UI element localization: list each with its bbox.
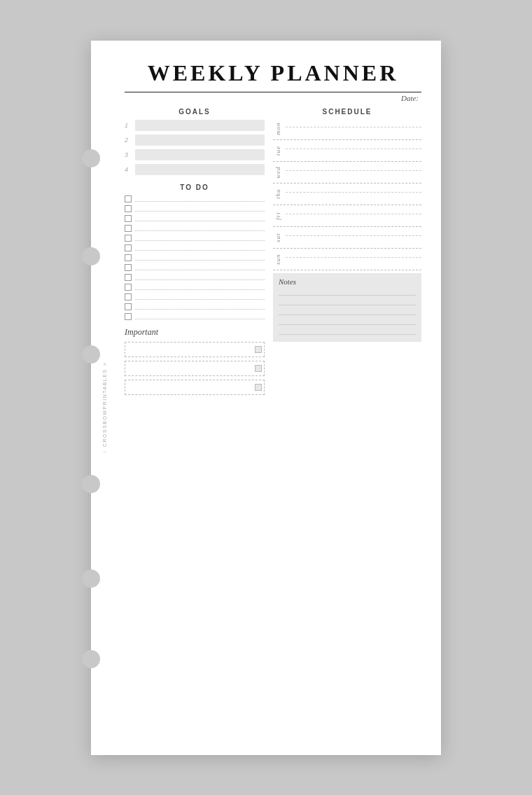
title-section: WEEKLY PLANNER	[125, 60, 421, 92]
notes-box[interactable]: Notes	[273, 273, 421, 342]
todo-checkbox-3[interactable]	[125, 215, 132, 222]
todo-checkbox-8[interactable]	[125, 264, 132, 271]
day-line[interactable]	[286, 120, 421, 127]
todo-checkbox-7[interactable]	[125, 254, 132, 261]
day-line[interactable]	[286, 207, 421, 214]
goal-item-4: 4	[125, 164, 265, 175]
day-line[interactable]	[286, 229, 421, 236]
todo-line-10	[135, 284, 265, 290]
day-lines-mon	[283, 118, 421, 139]
goals-list: 1 2 3 4	[125, 120, 265, 175]
ring-4	[82, 475, 100, 493]
schedule-day-tue: tue	[273, 140, 421, 162]
todo-checkbox-6[interactable]	[125, 244, 132, 251]
day-label-wed: wed	[273, 162, 283, 183]
left-column: GOALS 1 2 3 4 T	[125, 108, 265, 399]
todo-checkbox-13[interactable]	[125, 313, 132, 320]
todo-line-3	[135, 216, 265, 221]
day-line[interactable]	[286, 194, 421, 201]
day-lines-wed	[283, 162, 421, 183]
schedule-day-sun: sun	[273, 249, 421, 270]
ring-2	[82, 247, 100, 265]
day-lines-tue	[283, 140, 421, 161]
todo-line-12	[135, 304, 265, 310]
important-item-1	[125, 342, 265, 357]
todo-item-7	[125, 254, 265, 261]
day-line[interactable]	[286, 259, 421, 266]
ring-5	[82, 569, 100, 588]
important-item-2	[125, 361, 265, 376]
arrow-up-icon: ↑	[102, 450, 107, 453]
day-line[interactable]	[286, 186, 421, 193]
goal-line-4[interactable]	[135, 164, 265, 175]
main-grid: GOALS 1 2 3 4 T	[125, 108, 421, 399]
goal-line-2[interactable]	[135, 134, 265, 146]
day-line[interactable]	[286, 142, 421, 149]
watermark: ↑ CROSSBOWPRINTABLES »	[102, 362, 107, 453]
todo-item-9	[125, 274, 265, 281]
todo-checkbox-9[interactable]	[125, 274, 132, 281]
schedule-day-sat: sat	[273, 227, 421, 249]
day-lines-sat	[283, 227, 421, 248]
important-checkbox-3[interactable]	[255, 384, 262, 391]
ring-3	[82, 345, 100, 364]
date-line: Date:	[125, 94, 421, 102]
day-line[interactable]	[286, 216, 421, 223]
day-label-sun: sun	[273, 249, 283, 270]
schedule-day-thu: thu	[273, 184, 421, 205]
todo-checkbox-10[interactable]	[125, 284, 132, 291]
todo-checkbox-11[interactable]	[125, 293, 132, 300]
notes-line-3	[279, 308, 416, 315]
notes-line-4	[279, 318, 416, 325]
todo-item-1	[125, 195, 265, 202]
important-header: Important	[125, 327, 265, 338]
day-line[interactable]	[286, 164, 421, 171]
todo-line-1	[135, 196, 265, 202]
important-checkbox-2[interactable]	[255, 365, 262, 372]
todo-line-8	[135, 265, 265, 270]
notes-line-1	[279, 289, 416, 296]
arrow-double-icon: »	[102, 362, 107, 366]
todo-item-2	[125, 205, 265, 212]
important-item-3	[125, 380, 265, 395]
goal-line-1[interactable]	[135, 120, 265, 131]
day-line[interactable]	[286, 129, 421, 136]
right-column: SCHEDULE mon tue w	[273, 108, 421, 399]
goal-item-3: 3	[125, 149, 265, 160]
goal-number-4: 4	[125, 166, 133, 173]
schedule-day-mon: mon	[273, 118, 421, 140]
todo-line-9	[135, 275, 265, 280]
todo-header: TO DO	[125, 184, 265, 191]
goal-number-2: 2	[125, 137, 133, 144]
day-label-thu: thu	[273, 184, 283, 205]
notes-line-5	[279, 328, 416, 335]
todo-line-13	[135, 314, 265, 319]
day-line[interactable]	[286, 172, 421, 179]
todo-checkbox-5[interactable]	[125, 235, 132, 242]
todo-checkbox-1[interactable]	[125, 195, 132, 202]
todo-checkbox-12[interactable]	[125, 303, 132, 310]
important-checkbox-1[interactable]	[255, 346, 262, 353]
day-label-fri: fri	[273, 205, 283, 226]
schedule-list: mon tue wed	[273, 118, 421, 270]
day-lines-sun	[283, 249, 421, 270]
todo-item-5	[125, 235, 265, 242]
day-lines-fri	[283, 205, 421, 226]
day-label-mon: mon	[273, 118, 283, 139]
day-label-tue: tue	[273, 140, 283, 161]
todo-line-2	[135, 206, 265, 212]
todo-line-4	[135, 226, 265, 231]
goals-header: GOALS	[125, 108, 265, 116]
todo-checkbox-2[interactable]	[125, 205, 132, 212]
todo-item-3	[125, 215, 265, 222]
day-line[interactable]	[286, 237, 421, 244]
todo-checkbox-4[interactable]	[125, 225, 132, 232]
day-line[interactable]	[286, 251, 421, 258]
todo-item-12	[125, 303, 265, 310]
day-line[interactable]	[286, 151, 421, 158]
todo-item-10	[125, 284, 265, 291]
goal-number-3: 3	[125, 151, 133, 158]
ring-1	[82, 149, 100, 167]
todo-item-13	[125, 313, 265, 320]
goal-line-3[interactable]	[135, 149, 265, 160]
